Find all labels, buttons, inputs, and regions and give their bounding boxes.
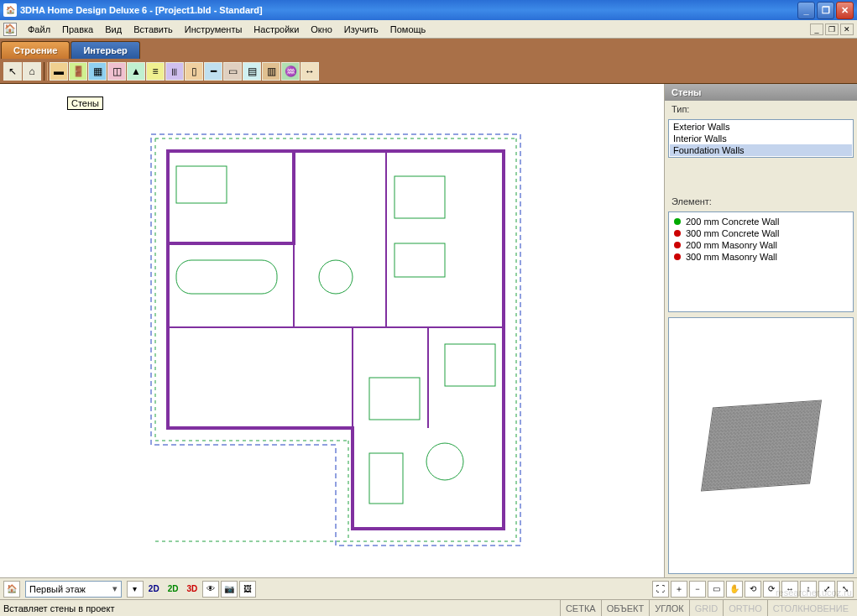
tool-deck-icon[interactable]: ▥ bbox=[262, 62, 280, 81]
type-item[interactable]: Interior Walls bbox=[670, 133, 852, 144]
tool-slab-icon[interactable]: ▭ bbox=[223, 62, 242, 81]
window-title: 3DHA Home Design Deluxe 6 - [Project1.bl… bbox=[20, 5, 796, 15]
element-listbox[interactable]: 200 mm Concrete Wall 300 mm Concrete Wal… bbox=[668, 211, 854, 312]
tool-opening-icon[interactable]: ◫ bbox=[107, 62, 126, 81]
svg-rect-13 bbox=[369, 453, 403, 504]
canvas-tooltip: Стены bbox=[67, 97, 103, 110]
mdi-restore[interactable]: ❐ bbox=[825, 23, 839, 35]
tab-interior[interactable]: Интерьер bbox=[71, 41, 139, 59]
nav2-icon[interactable]: ⟳ bbox=[763, 581, 780, 598]
svg-rect-5 bbox=[176, 166, 227, 203]
floor-down-icon[interactable]: ▾ bbox=[127, 581, 144, 598]
material-swatch bbox=[700, 399, 821, 491]
tool-door-icon[interactable]: 🚪 bbox=[69, 62, 87, 81]
tool-terrain-icon[interactable]: ♒ bbox=[281, 62, 300, 81]
zoom-fit-icon[interactable]: ⛶ bbox=[652, 581, 669, 598]
tool-stairs-icon[interactable]: ≡ bbox=[146, 62, 165, 81]
menu-settings[interactable]: Настройки bbox=[248, 22, 305, 37]
tool-wall-icon[interactable]: ▬ bbox=[50, 62, 68, 81]
tool-site-icon[interactable]: ⌂ bbox=[23, 62, 41, 81]
zoom-out-icon[interactable]: － bbox=[689, 581, 706, 598]
app-icon: 🏠 bbox=[3, 3, 17, 17]
floor-select[interactable]: Первый этаж bbox=[25, 581, 122, 598]
view-2d-color-button[interactable]: 2D bbox=[165, 581, 182, 598]
menu-view[interactable]: Вид bbox=[99, 22, 128, 37]
tool-beam-icon[interactable]: ━ bbox=[204, 62, 222, 81]
status-dot-icon bbox=[674, 253, 681, 260]
menu-file[interactable]: Файл bbox=[22, 22, 56, 37]
status-angle[interactable]: УГЛОК bbox=[649, 600, 689, 616]
tool-select-icon[interactable]: ↖ bbox=[3, 62, 22, 81]
menu-edit[interactable]: Правка bbox=[56, 22, 99, 37]
view-3d-button[interactable]: 3D bbox=[183, 581, 201, 598]
tool-bar: ↖ ⌂ ▬ 🚪 ▦ ◫ ▲ ≡ ⫼ ▯ ━ ▭ ▤ ▥ ♒ ↔ bbox=[0, 59, 857, 84]
view-2d-button[interactable]: 2D bbox=[145, 581, 163, 598]
status-object[interactable]: ОБЪЕКТ bbox=[601, 600, 650, 616]
svg-rect-10 bbox=[445, 344, 495, 386]
zoom-window-icon[interactable]: ▭ bbox=[708, 581, 724, 598]
material-preview bbox=[668, 317, 854, 574]
status-ortho[interactable]: ORTHO bbox=[723, 600, 767, 616]
status-collision[interactable]: СТОЛКНОВЕНИЕ bbox=[767, 600, 854, 616]
menu-learn[interactable]: Изучить bbox=[338, 22, 384, 37]
tab-strip: Строение Интерьер bbox=[0, 39, 857, 59]
floor-plan bbox=[143, 126, 529, 554]
main-area: Стены bbox=[0, 84, 857, 577]
tool-column-icon[interactable]: ▯ bbox=[185, 62, 203, 81]
element-item[interactable]: 200 mm Masonry Wall bbox=[672, 239, 849, 251]
menu-tools[interactable]: Инструменты bbox=[179, 22, 248, 37]
bottom-toolbar: 🏠 Первый этаж ▾ 2D 2D 3D 👁 📷 🖼 ⛶ ＋ － ▭ ✋… bbox=[0, 577, 857, 599]
nav6-icon[interactable]: ⤡ bbox=[837, 581, 854, 598]
tab-building[interactable]: Строение bbox=[1, 41, 70, 59]
side-panel: Стены Тип: Exterior Walls Interior Walls… bbox=[664, 84, 857, 577]
mdi-app-icon[interactable]: 🏠 bbox=[3, 23, 17, 36]
type-item[interactable]: Foundation Walls bbox=[670, 144, 852, 156]
pan-icon[interactable]: ✋ bbox=[726, 581, 743, 598]
nav1-icon[interactable]: ⟲ bbox=[745, 581, 761, 598]
status-dot-icon bbox=[674, 242, 681, 248]
element-label-text: 200 mm Concrete Wall bbox=[686, 217, 779, 227]
tool-ceiling-icon[interactable]: ▤ bbox=[243, 62, 261, 81]
svg-rect-8 bbox=[395, 176, 445, 218]
zoom-in-icon[interactable]: ＋ bbox=[671, 581, 687, 598]
tool-railing-icon[interactable]: ⫼ bbox=[165, 62, 184, 81]
mdi-close[interactable]: ✕ bbox=[840, 23, 854, 35]
status-dot-icon bbox=[674, 218, 681, 225]
snapshot-icon[interactable]: 🖼 bbox=[239, 581, 256, 598]
status-hint: Вставляет стены в проект bbox=[3, 603, 560, 613]
tool-dim-icon[interactable]: ↔ bbox=[300, 62, 319, 81]
svg-rect-11 bbox=[369, 378, 420, 420]
element-item[interactable]: 200 mm Concrete Wall bbox=[672, 216, 849, 227]
status-grid2[interactable]: GRID bbox=[689, 600, 724, 616]
menu-window[interactable]: Окно bbox=[305, 22, 338, 37]
svg-rect-9 bbox=[395, 243, 445, 277]
mdi-minimize[interactable]: _ bbox=[810, 23, 823, 35]
element-label-text: 200 mm Masonry Wall bbox=[686, 240, 777, 250]
status-bar: Вставляет стены в проект СЕТКА ОБЪЕКТ УГ… bbox=[0, 599, 857, 616]
tool-window-icon[interactable]: ▦ bbox=[88, 62, 107, 81]
home-icon[interactable]: 🏠 bbox=[3, 581, 20, 598]
panel-title: Стены bbox=[665, 84, 857, 101]
close-button[interactable]: ✕ bbox=[836, 2, 854, 19]
drawing-canvas[interactable]: Стены bbox=[0, 84, 664, 577]
maximize-button[interactable]: ❐ bbox=[817, 2, 834, 19]
floor-current: Первый этаж bbox=[29, 584, 86, 594]
menu-insert[interactable]: Вставить bbox=[128, 22, 179, 37]
camera-icon[interactable]: 📷 bbox=[221, 581, 238, 598]
nav4-icon[interactable]: ↕ bbox=[800, 581, 817, 598]
eye-icon[interactable]: 👁 bbox=[202, 581, 219, 598]
minimize-button[interactable]: _ bbox=[797, 2, 815, 19]
menu-help[interactable]: Помощь bbox=[384, 22, 432, 37]
type-item[interactable]: Exterior Walls bbox=[670, 121, 852, 133]
nav5-icon[interactable]: ⤢ bbox=[818, 581, 835, 598]
type-listbox[interactable]: Exterior Walls Interior Walls Foundation… bbox=[668, 119, 854, 158]
status-dot-icon bbox=[674, 230, 681, 237]
tool-roof-icon[interactable]: ▲ bbox=[127, 62, 145, 81]
menu-bar: 🏠 Файл Правка Вид Вставить Инструменты Н… bbox=[0, 20, 857, 39]
element-item[interactable]: 300 mm Masonry Wall bbox=[672, 251, 849, 263]
element-label-text: 300 mm Masonry Wall bbox=[686, 252, 777, 262]
nav3-icon[interactable]: ↔ bbox=[781, 581, 798, 598]
status-grid[interactable]: СЕТКА bbox=[560, 600, 601, 616]
element-label: Элемент: bbox=[665, 193, 857, 210]
element-item[interactable]: 300 mm Concrete Wall bbox=[672, 227, 849, 239]
